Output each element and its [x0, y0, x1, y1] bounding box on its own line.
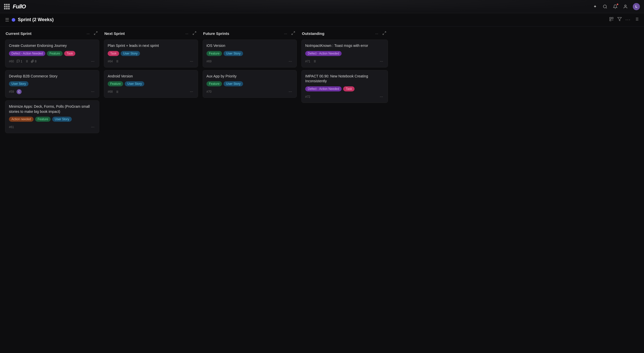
column-expand-button[interactable]: [191, 31, 198, 36]
card-number: #64: [108, 60, 113, 63]
svg-line-36: [385, 32, 386, 33]
card-number: #60: [9, 60, 14, 63]
card-tags: Defect - Action Needed: [305, 51, 384, 56]
column-future-sprints: Future Sprints ··· iOS Version FeatureUs…: [203, 31, 297, 100]
sprint-title: Sprint (2 Weeks): [18, 17, 54, 22]
card-card-71[interactable]: NoImpactKnown : Toast msgs with error De…: [301, 39, 388, 67]
card-title: Android Version: [108, 74, 194, 79]
card-number: #70: [206, 90, 212, 93]
subheader: ☰ Sprint (2 Weeks) ···: [0, 13, 644, 26]
svg-point-1: [625, 5, 626, 6]
tag-feature: Feature: [108, 81, 123, 86]
grid-menu-icon[interactable]: [4, 4, 10, 9]
card-card-68[interactable]: Android Version FeatureUser Story #68 ··…: [104, 70, 198, 98]
tag-feature: Feature: [35, 117, 51, 122]
sparkle-icon[interactable]: ✦: [592, 4, 598, 9]
comment-icon: 1: [17, 60, 22, 63]
column-actions: ···: [184, 31, 198, 36]
card-more-button[interactable]: ···: [288, 59, 293, 64]
card-card-61[interactable]: Minimize Apps: Deck, Forms, Polls (ProGr…: [5, 100, 99, 133]
sidebar-toggle[interactable]: ☰: [5, 17, 9, 23]
user-avatar[interactable]: L: [633, 3, 640, 10]
column-header: Future Sprints ···: [203, 31, 297, 36]
column-current-sprint: Current Sprint ··· Create Customer Endor…: [5, 31, 99, 136]
card-footer: #72 ···: [305, 94, 384, 100]
assignee-avatar: C: [17, 89, 22, 94]
card-tags: TaskUser Story: [108, 51, 194, 56]
column-more-button[interactable]: ···: [283, 31, 288, 36]
card-more-button[interactable]: ···: [189, 89, 194, 94]
svg-line-12: [96, 32, 97, 33]
card-footer: #64 ···: [108, 59, 194, 64]
card-more-button[interactable]: ···: [288, 89, 293, 94]
card-footer: #59 C ···: [9, 89, 95, 94]
card-tags: Defect - Action NeededTask: [305, 86, 384, 91]
card-meta: #60 1 8: [9, 60, 36, 63]
card-more-button[interactable]: ···: [90, 59, 95, 64]
column-actions: ···: [374, 31, 387, 36]
card-title: Minimize Apps: Deck, Forms, Polls (ProGr…: [9, 104, 95, 114]
card-meta: #59 C: [9, 89, 22, 94]
card-title: Plan Sprint + leads in next sprint: [108, 43, 194, 48]
card-card-70[interactable]: Aux App by Priority FeatureUser Story #7…: [203, 70, 297, 98]
tag-task: Task: [64, 51, 76, 56]
card-title: iOS Version: [206, 43, 293, 48]
column-expand-button[interactable]: [381, 31, 387, 36]
card-meta: #72: [305, 95, 310, 99]
lines-icon: [115, 90, 119, 93]
search-icon[interactable]: [602, 4, 608, 9]
tag-user-story: User Story: [223, 81, 243, 86]
column-expand-button[interactable]: [93, 31, 99, 36]
card-title: NoImpactKnown : Toast msgs with error: [305, 43, 384, 48]
card-meta: #61: [9, 125, 14, 129]
card-more-button[interactable]: ···: [379, 59, 384, 64]
card-number: #69: [206, 60, 212, 63]
card-more-button[interactable]: ···: [189, 59, 194, 64]
svg-rect-2: [610, 17, 611, 19]
card-title: IMPACT 00.90: New Notebook Creating Inco…: [305, 74, 384, 84]
column-more-button[interactable]: ···: [86, 31, 91, 36]
card-card-59[interactable]: Develop B2B Commerce Story User Story #5…: [5, 70, 99, 98]
card-more-button[interactable]: ···: [90, 89, 95, 94]
card-card-60[interactable]: Create Customer Endorsing Journey Defect…: [5, 39, 99, 67]
layout-button[interactable]: [634, 17, 639, 23]
column-more-button[interactable]: ···: [184, 31, 189, 36]
card-number: #61: [9, 125, 14, 129]
card-tags: FeatureUser Story: [206, 51, 293, 56]
column-next-sprint: Next Sprint ··· Plan Sprint + leads in n…: [104, 31, 198, 100]
column-outstanding: Outstanding ··· NoImpactKnown : Toast ms…: [301, 31, 388, 105]
more-options-button[interactable]: ···: [625, 17, 631, 22]
filter-button[interactable]: [617, 17, 622, 23]
card-footer: #68 ···: [108, 89, 194, 94]
card-number: #68: [108, 90, 113, 93]
column-cards: Plan Sprint + leads in next sprint TaskU…: [104, 39, 198, 98]
svg-point-0: [603, 5, 606, 8]
tag-feature: Feature: [47, 51, 62, 56]
add-view-button[interactable]: [609, 17, 614, 23]
column-cards: iOS Version FeatureUser Story #69 ··· Au…: [203, 39, 297, 98]
svg-rect-3: [612, 17, 613, 19]
card-more-button[interactable]: ···: [379, 94, 384, 100]
svg-line-21: [193, 33, 194, 35]
card-footer: #60 1 8 ···: [9, 59, 95, 64]
card-card-69[interactable]: iOS Version FeatureUser Story #69 ···: [203, 39, 297, 67]
notification-badge: [617, 3, 619, 5]
column-more-button[interactable]: ···: [374, 31, 379, 36]
card-footer: #71 ···: [305, 59, 384, 64]
tag-feature: Feature: [206, 81, 222, 86]
card-card-72[interactable]: IMPACT 00.90: New Notebook Creating Inco…: [301, 70, 388, 103]
card-more-button[interactable]: ···: [90, 124, 95, 130]
tag-task: Task: [343, 86, 355, 91]
column-cards: Create Customer Endorsing Journey Defect…: [5, 39, 99, 133]
card-card-64[interactable]: Plan Sprint + leads in next sprint TaskU…: [104, 39, 198, 67]
subheader-right: ···: [609, 17, 639, 23]
profile-icon[interactable]: [623, 4, 628, 9]
svg-line-20: [195, 32, 196, 33]
sprint-status-dot: [12, 18, 15, 22]
notification-icon[interactable]: [612, 4, 618, 9]
tag-user-story: User Story: [223, 51, 243, 56]
tag-defect---action-needed: Defect - Action Needed: [305, 51, 342, 56]
column-title: Outstanding: [302, 31, 324, 36]
board: Current Sprint ··· Create Customer Endor…: [0, 26, 644, 353]
column-expand-button[interactable]: [290, 31, 296, 36]
